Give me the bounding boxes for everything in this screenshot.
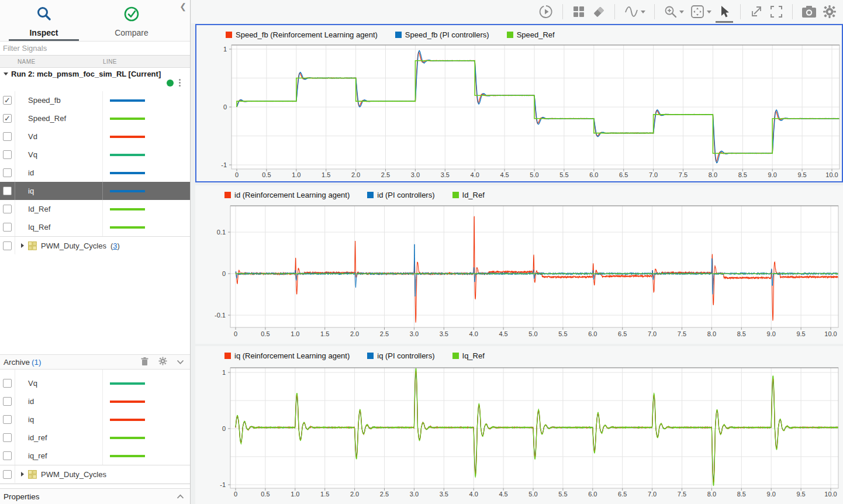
- signal-name: id: [28, 168, 34, 177]
- subplot-layout-icon[interactable]: [569, 3, 589, 20]
- svg-text:6.5: 6.5: [618, 491, 627, 498]
- svg-text:2.0: 2.0: [351, 171, 360, 178]
- bus-count-link[interactable]: 3: [113, 241, 117, 250]
- svg-text:0: 0: [222, 270, 226, 277]
- sidebar-tabs: Inspect Compare ❮: [0, 0, 190, 41]
- plot-panel-iq[interactable]: iq (Reinforcement Learning agent)iq (PI …: [195, 346, 843, 504]
- legend-item: Iq_Ref: [452, 351, 485, 360]
- svg-text:9.0: 9.0: [767, 491, 776, 498]
- checkbox-unchecked[interactable]: [3, 223, 12, 232]
- checkbox-unchecked[interactable]: [3, 379, 12, 388]
- signal-row[interactable]: ✓Speed_Ref: [0, 109, 190, 127]
- signal-row[interactable]: Vd: [0, 127, 190, 146]
- id-chart[interactable]: 00.51.01.52.02.53.03.54.04.55.05.56.06.5…: [195, 204, 843, 344]
- svg-text:-0.1: -0.1: [215, 312, 226, 319]
- checkbox-checked[interactable]: ✓: [3, 114, 12, 123]
- svg-text:3.5: 3.5: [440, 491, 448, 498]
- signal-row[interactable]: iq: [0, 410, 190, 429]
- signal-row[interactable]: id_ref: [0, 429, 190, 447]
- signal-row[interactable]: iq_ref: [0, 447, 190, 465]
- cursor-tool-icon[interactable]: [714, 3, 734, 20]
- signal-line-swatch: [110, 401, 145, 403]
- svg-text:2.5: 2.5: [381, 171, 390, 178]
- properties-bar[interactable]: Properties: [0, 488, 190, 504]
- trash-icon[interactable]: [140, 357, 149, 368]
- svg-text:7.0: 7.0: [648, 330, 657, 337]
- checkbox-unchecked[interactable]: [3, 397, 12, 406]
- checkbox-unchecked[interactable]: [3, 451, 12, 460]
- archive-count[interactable]: (1): [32, 358, 42, 367]
- checkbox-unchecked[interactable]: [3, 150, 12, 159]
- checkbox-unchecked[interactable]: [3, 241, 12, 250]
- legend-item: Speed_fb (PI controllers): [395, 30, 489, 39]
- plot-panel-id[interactable]: id (Reinforcement Learning agent)id (PI …: [195, 185, 843, 344]
- legend-label: Iq_Ref: [462, 351, 485, 360]
- checkbox-unchecked[interactable]: [3, 433, 12, 442]
- speed-chart[interactable]: 00.51.01.52.02.53.03.54.04.55.05.56.06.5…: [196, 44, 842, 181]
- svg-text:5.5: 5.5: [559, 171, 568, 178]
- eraser-icon[interactable]: [589, 3, 609, 20]
- checkbox-unchecked[interactable]: [3, 132, 12, 141]
- tab-compare[interactable]: Compare: [88, 0, 175, 41]
- legend-swatch: [452, 353, 459, 359]
- id-plot-legend: id (Reinforcement Learning agent)id (PI …: [195, 185, 843, 204]
- checkbox-unchecked[interactable]: [3, 187, 12, 195]
- fit-dropdown-caret[interactable]: [707, 11, 711, 13]
- snapshot-camera-icon[interactable]: [799, 4, 820, 20]
- signal-line-swatch: [110, 136, 145, 138]
- svg-text:1: 1: [222, 369, 226, 376]
- expand-bus-icon[interactable]: [21, 243, 24, 248]
- checkbox-unchecked[interactable]: [3, 205, 12, 213]
- signal-row[interactable]: Vd: [0, 370, 190, 374]
- svg-text:0: 0: [235, 171, 239, 178]
- archive-settings-gear-icon[interactable]: [158, 357, 167, 367]
- run-header[interactable]: Run 2: mcb_pmsm_foc_sim_RL [Current]: [0, 68, 190, 91]
- tab-compare-label: Compare: [115, 28, 148, 37]
- checkbox-unchecked[interactable]: [3, 415, 12, 424]
- signal-row[interactable]: id: [0, 392, 190, 410]
- checkbox-unchecked[interactable]: [3, 470, 12, 479]
- iq-chart[interactable]: 00.51.01.52.02.53.03.54.04.55.05.56.06.5…: [195, 365, 843, 504]
- filter-signals-input[interactable]: [0, 42, 190, 55]
- signal-row[interactable]: Iq_Ref: [0, 218, 190, 236]
- signal-row[interactable]: ✓Speed_fb: [0, 91, 190, 109]
- signal-line-swatch: [110, 437, 145, 439]
- checkbox-checked[interactable]: ✓: [3, 96, 12, 105]
- fit-to-view-icon[interactable]: [687, 2, 714, 21]
- filter-row: [0, 41, 190, 56]
- run-menu-icon[interactable]: [179, 79, 181, 87]
- signal-row[interactable]: Vq: [0, 374, 190, 392]
- bus-row[interactable]: PWM_Duty_Cycles: [0, 465, 190, 483]
- svg-text:7.5: 7.5: [678, 330, 686, 337]
- checkbox-unchecked[interactable]: [3, 168, 12, 177]
- zoom-dropdown-caret[interactable]: [679, 11, 684, 13]
- svg-text:9.0: 9.0: [767, 330, 776, 337]
- signal-row[interactable]: iq: [0, 182, 190, 200]
- expand-plot-icon[interactable]: [747, 3, 766, 20]
- signal-wave-icon[interactable]: [621, 2, 648, 21]
- tab-inspect[interactable]: Inspect: [0, 0, 88, 41]
- signal-row[interactable]: Id_Ref: [0, 200, 190, 218]
- signal-wave-dropdown-caret[interactable]: [641, 11, 645, 13]
- signal-line-swatch: [110, 190, 145, 192]
- signal-row[interactable]: id: [0, 164, 190, 182]
- svg-text:5.5: 5.5: [558, 491, 567, 498]
- signal-line-swatch: [110, 226, 145, 229]
- fullscreen-icon[interactable]: [766, 3, 786, 20]
- bus-row[interactable]: PWM_Duty_Cycles(3): [0, 236, 190, 254]
- simulation-data-inspector: Inspect Compare ❮ NAME LINE Run 2: mcb_p…: [0, 0, 843, 504]
- svg-text:9.5: 9.5: [796, 491, 805, 498]
- replay-icon[interactable]: [535, 2, 557, 21]
- archive-collapse-chevron-icon[interactable]: [177, 358, 184, 367]
- legend-swatch: [224, 192, 231, 198]
- properties-expand-chevron-icon[interactable]: [177, 494, 184, 499]
- svg-text:4.5: 4.5: [499, 330, 507, 337]
- collapse-sidebar-icon[interactable]: ❮: [179, 2, 186, 11]
- svg-text:2.5: 2.5: [380, 330, 389, 337]
- zoom-in-icon[interactable]: [661, 3, 687, 20]
- expand-bus-icon[interactable]: [21, 472, 24, 477]
- signal-row[interactable]: Vq: [0, 146, 190, 164]
- plot-panel-speed[interactable]: Speed_fb (Reinforcement Learning agent)S…: [195, 24, 843, 182]
- settings-gear-icon[interactable]: [820, 3, 839, 20]
- collapse-run-icon[interactable]: [4, 73, 8, 75]
